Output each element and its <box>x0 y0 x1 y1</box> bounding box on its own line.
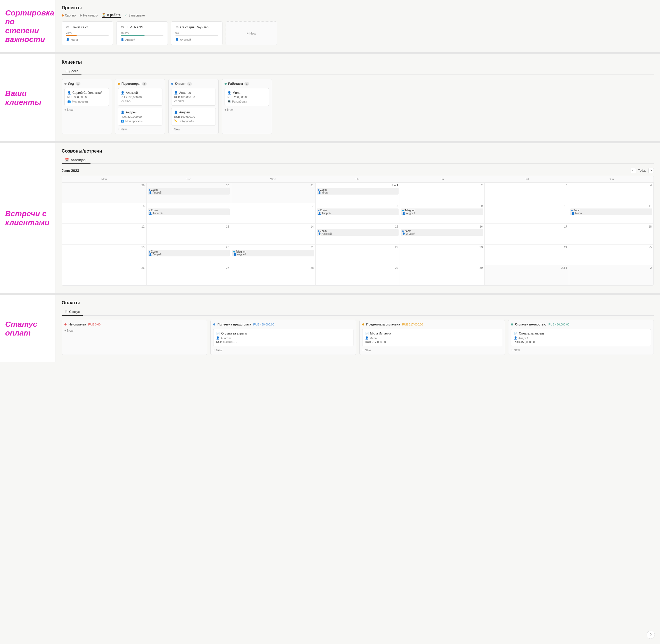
cal-cell-9[interactable]: 9 Telegram 👤Андрей <box>400 203 484 224</box>
unpaid-dot <box>64 323 67 325</box>
cal-cell-14[interactable]: 14 <box>231 224 315 244</box>
cal-cell-22[interactable]: 22 <box>315 244 400 265</box>
project-new-button[interactable]: + New <box>226 21 277 45</box>
pay-card-april-full[interactable]: 📄 Оплата за апрель 👤 Андрей RUB 450,000.… <box>511 329 651 346</box>
zoom-person-20: 👤Андрей <box>149 253 229 256</box>
pay-card-april-prepaid[interactable]: 📄 Оплата за апрель 👤 Анастас RUB 450,000… <box>213 329 353 346</box>
cal-cell-30-jun[interactable]: 30 <box>400 265 484 285</box>
cal-cell-28[interactable]: 28 <box>231 265 315 285</box>
zoom-person-8: 👤Андрей <box>318 212 398 215</box>
cal-cell-21[interactable]: 21 Telegram 👤Андрей <box>231 244 315 265</box>
today-button[interactable]: Today <box>638 169 646 172</box>
person-icon-16: 👤 <box>402 232 405 235</box>
tab-status-label: Статус <box>69 310 80 314</box>
cal-event-zoom-8[interactable]: Zoom 👤Андрей <box>317 208 399 215</box>
unpaid-new[interactable]: + New <box>64 329 204 332</box>
cal-cell-13[interactable]: 13 <box>147 224 231 244</box>
cal-event-tg-21[interactable]: Telegram 👤Андрей <box>232 250 314 256</box>
filter-not-started[interactable]: Не начато <box>80 13 97 18</box>
cal-event-zoom-15[interactable]: Zoom 👤Алексей <box>317 229 399 236</box>
zoom-title-16: Zoom <box>402 230 482 232</box>
cal-cell-12[interactable]: 12 <box>62 224 147 244</box>
cal-event-zoom-6[interactable]: Zoom 👤Алексей <box>148 208 230 215</box>
tab-status[interactable]: ⊞ Статус <box>62 308 83 316</box>
filter-in-progress[interactable]: ⏳ В работе <box>102 13 120 18</box>
prepaid-new[interactable]: + New <box>213 348 353 352</box>
kanban-card-andrey-client[interactable]: 👤 Андрей RUB 160,000.00 ✏️ Веб-дизайн <box>171 108 216 125</box>
project-card-levtrans[interactable]: 🗂 LEVTRANS 55.6% 👤 Андрей <box>116 21 168 45</box>
tab-calendar[interactable]: 📅 Календарь <box>62 156 90 164</box>
cal-cell-16[interactable]: 16 Zoom 👤Андрей <box>400 224 484 244</box>
fully-paid-new[interactable]: + New <box>511 348 651 352</box>
cal-event-zoom-jun1[interactable]: Zoom 👤Мила <box>317 188 399 194</box>
cal-date-8: 8 <box>317 204 399 207</box>
project-card-rayban[interactable]: 🗂 Сайт для Ray-Ban 0% 👤 Алексей <box>171 21 222 45</box>
kanban-header-client: Клиент 2 <box>171 82 216 86</box>
cal-event-zoom-20[interactable]: Zoom 👤Андрей <box>148 250 230 256</box>
cal-event-zoom-11[interactable]: Zoom 👤Мила <box>570 208 652 215</box>
cal-event-zoom-30[interactable]: Zoom 👤Андрей <box>148 188 230 194</box>
filter-done[interactable]: ✓ Завершено <box>125 13 145 18</box>
cal-cell-8[interactable]: 8 Zoom 👤Андрей <box>315 203 400 224</box>
cal-cell-jul2[interactable]: 2 <box>569 265 654 285</box>
kanban-card-alexey-neg[interactable]: 👤 Алексей RUB 190,000.00 🏷 SEO <box>118 88 162 106</box>
cal-cell-jun1[interactable]: Jun 1 Zoom 👤Мила <box>315 182 400 203</box>
prepay-paid-dot <box>362 323 364 325</box>
cal-header-sat: Sat <box>484 176 569 182</box>
cal-cell-5[interactable]: 5 <box>62 203 147 224</box>
alexey-neg-amount: RUB 190,000.00 <box>120 96 160 99</box>
cal-cell-jul1[interactable]: Jul 1 <box>484 265 569 285</box>
cal-cell-29-may[interactable]: 29 <box>62 182 147 203</box>
kanban-card-anastas[interactable]: 👤 Анастас RUB 180,000.00 🏷 SEO <box>171 88 216 106</box>
kanban-card-sergei[interactable]: 👤 Сергей Соболевский RUB 380,000.00 👥 Мо… <box>64 88 109 106</box>
cal-event-zoom-16[interactable]: Zoom 👤Андрей <box>401 229 483 236</box>
project-card-travel[interactable]: 🗂 Travel сайт 25% 👤 Мила <box>62 21 113 45</box>
cal-cell-7[interactable]: 7 <box>231 203 315 224</box>
projects-section: Сортировка по степени важности Проекты С… <box>0 0 660 52</box>
cal-cell-10[interactable]: 10 <box>484 203 569 224</box>
cal-event-tg-9[interactable]: Telegram 👤Андрей <box>401 208 483 215</box>
doc-icon-mila-spain: 📄 <box>365 332 369 335</box>
cal-date-6: 6 <box>148 204 230 207</box>
cal-prev-button[interactable]: < <box>631 168 636 173</box>
cal-cell-20[interactable]: 20 Zoom 👤Андрей <box>147 244 231 265</box>
cal-date-21: 21 <box>232 246 314 249</box>
neg-count: 2 <box>142 82 147 86</box>
cal-cell-25[interactable]: 25 <box>569 244 654 265</box>
client-new[interactable]: + New <box>171 128 216 131</box>
calendar-header: June 2023 < Today > <box>62 168 654 173</box>
cal-cell-31-may[interactable]: 31 <box>231 182 315 203</box>
cal-cell-26[interactable]: 26 <box>62 265 147 285</box>
cal-cell-24[interactable]: 24 <box>484 244 569 265</box>
cal-cell-15[interactable]: 15 Zoom 👤Алексей <box>315 224 400 244</box>
cal-next-button[interactable]: > <box>648 168 654 173</box>
cal-cell-29-jun[interactable]: 29 <box>315 265 400 285</box>
calendar-grid: Mon Tue Wed Thu Fri Sat Sun 29 30 Zoom 👤… <box>62 176 654 286</box>
cal-cell-6[interactable]: 6 Zoom 👤Алексей <box>147 203 231 224</box>
tab-board[interactable]: ⊞ Доска <box>62 68 82 75</box>
cal-cell-11[interactable]: 11 Zoom 👤Мила <box>569 203 654 224</box>
cal-cell-17[interactable]: 17 <box>484 224 569 244</box>
working-new[interactable]: + New <box>224 108 269 112</box>
cal-date-13: 13 <box>148 225 230 228</box>
people-icon-sergei: 👥 <box>67 100 71 103</box>
cal-cell-23[interactable]: 23 <box>400 244 484 265</box>
cal-cell-27[interactable]: 27 <box>147 265 231 285</box>
zoom-title-11: Zoom <box>571 209 651 212</box>
prepay-paid-new[interactable]: + New <box>362 348 502 352</box>
cal-cell-3[interactable]: 3 <box>484 182 569 203</box>
prepay-paid-total: RUB 217,000.00 <box>402 323 423 326</box>
lid-new[interactable]: + New <box>64 108 109 112</box>
payments-sidebar-label: Статус оплат <box>5 320 50 338</box>
cal-cell-19[interactable]: 19 <box>62 244 147 265</box>
cal-cell-18[interactable]: 18 <box>569 224 654 244</box>
kanban-card-andrey-neg[interactable]: 👤 Андрей RUB 320,000.00 👥 Мои проекты <box>118 108 162 125</box>
filter-urgent[interactable]: Срочно <box>62 13 75 18</box>
kanban-card-mila[interactable]: 👤 Мила RUB 250,000.00 💻 Разработка <box>224 88 269 106</box>
cal-cell-30-may[interactable]: 30 Zoom 👤Андрей <box>147 182 231 203</box>
cal-cell-2[interactable]: 2 <box>400 182 484 203</box>
pay-card-mila-spain[interactable]: 📄 Мила Испания 👤 Мила RUB 217,000.00 <box>362 329 502 346</box>
zoom-title-20: Zoom <box>149 250 229 253</box>
cal-cell-4[interactable]: 4 <box>569 182 654 203</box>
neg-new[interactable]: + New <box>118 128 162 131</box>
